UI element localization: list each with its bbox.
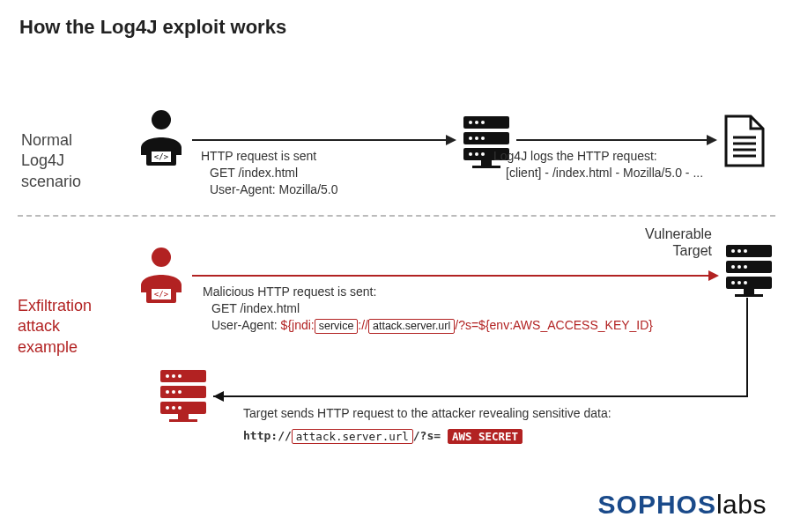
svg-point-45 [172,374,175,378]
svg-point-15 [481,152,485,156]
arrow-attacker-to-target [192,275,710,277]
svg-point-14 [475,152,478,156]
req-l2: GET /index.html [201,165,338,181]
svg-point-34 [744,265,747,269]
vuln-l2: Target [633,242,712,259]
query2: /?s= [413,429,441,442]
svg-point-13 [469,152,472,156]
svg-point-22 [152,248,171,267]
normal-label-l1: Normal [21,130,81,151]
svg-point-37 [744,281,747,284]
svg-point-35 [731,281,735,284]
document-icon [723,115,767,173]
exfil-label: Exfiltration attack example [18,296,92,358]
vulnerable-server-icon [723,243,775,301]
svg-point-9 [481,121,485,124]
exfil-label-l2: attack [18,316,92,336]
svg-point-30 [737,249,741,253]
log-l2: [client] - /index.html - Mozilla/5.0 - .… [493,165,703,181]
svg-rect-54 [169,419,197,422]
normal-log-text: Log4J logs the HTTP request: [client] - … [493,148,703,181]
svg-marker-40 [213,391,224,402]
req-l1: HTTP request is sent [201,148,338,165]
attack-url-box-2: attack.server.url [292,429,413,444]
svg-point-51 [172,406,175,410]
http-prefix: http:// [243,429,292,442]
user-icon: </> [134,107,189,173]
svg-point-0 [152,110,171,129]
svg-point-33 [737,265,741,269]
reveal-url: http://attack.server.url/?s= AWS SECRET [243,428,522,444]
log-l1: Log4J logs the HTTP request: [493,148,703,165]
svg-point-32 [731,265,735,269]
logo-labs: labs [716,490,767,519]
svg-point-48 [172,390,175,394]
section-divider [18,215,775,217]
svg-point-36 [737,281,741,284]
svg-point-46 [178,374,182,378]
arrow-head-icon [708,270,719,281]
arrow-head-icon [446,135,456,145]
svg-point-47 [166,390,169,394]
normal-label-l2: Log4J [21,151,81,171]
vuln-l1: Vulnerable [633,225,712,242]
svg-text:</>: </> [154,290,169,299]
arrow-server-to-log [516,139,708,141]
svg-point-31 [744,249,747,253]
svg-point-7 [469,121,472,124]
svg-rect-39 [735,294,763,297]
attacker-icon: </> [134,245,189,310]
reveal-text: Target sends HTTP request to the attacke… [243,405,611,422]
svg-point-52 [178,406,182,410]
req-l3: User-Agent: Mozilla/5.0 [201,181,338,198]
normal-label: Normal Log4J scenario [21,130,81,192]
svg-point-49 [178,390,182,394]
aws-secret-box: AWS SECRET [448,429,522,444]
normal-label-l3: scenario [21,172,81,192]
vulnerable-target-label: Vulnerable Target [633,225,712,259]
svg-point-8 [475,121,478,124]
svg-point-11 [475,137,478,140]
normal-request-text: HTTP request is sent GET /index.html Use… [201,148,338,198]
svg-point-10 [469,137,472,140]
logo-sophos: SOPHOS [598,490,716,519]
svg-point-44 [166,374,169,378]
diagram-title: How the Log4J exploit works [0,0,793,39]
exfil-label-l3: example [18,337,92,358]
svg-point-12 [481,137,485,140]
svg-point-29 [731,249,735,253]
arrow-target-to-attacker [203,298,761,412]
arrow-user-to-server [192,139,448,141]
sophoslabs-logo: SOPHOSlabs [598,490,767,520]
attacker-server-icon [157,368,210,426]
svg-point-50 [166,406,169,410]
svg-text:</>: </> [154,152,169,161]
arrow-head-icon [707,135,717,145]
exfil-label-l1: Exfiltration [18,296,92,316]
